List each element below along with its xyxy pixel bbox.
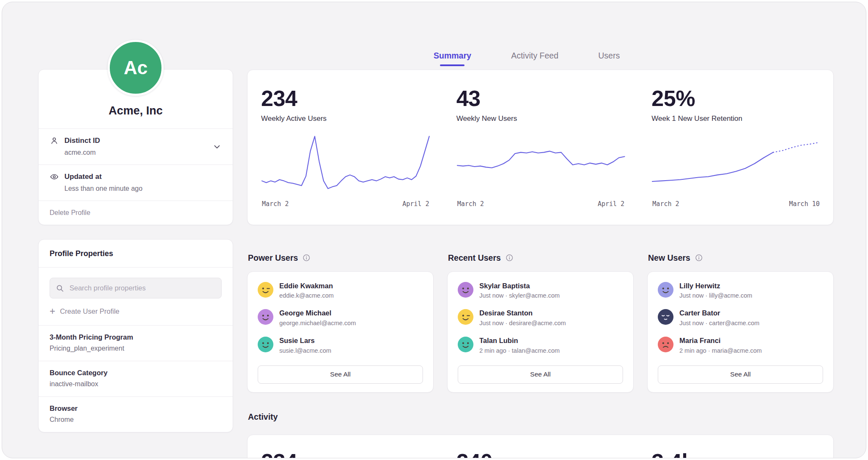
info-icon[interactable] xyxy=(302,254,311,262)
company-avatar: Ac xyxy=(108,40,164,96)
avatar xyxy=(258,282,273,298)
user-name: Maria Franci xyxy=(679,337,762,345)
user-list-power-users: Power UsersEddie Kwakmaneddie.k@acme.com… xyxy=(247,253,434,393)
user-list-title: Recent Users xyxy=(448,253,634,263)
activity-metric: 234 xyxy=(248,450,443,458)
axis-start-label: March 2 xyxy=(652,200,679,208)
user-text: Desirae StantonJust now · desirare@acme.… xyxy=(479,309,566,326)
profile-property-label: 3-Month Pricing Program xyxy=(50,333,222,341)
metric-weekly-new-users: 43Weekly New UsersMarch 2April 2 xyxy=(443,87,638,225)
sparkline-chart xyxy=(261,131,430,198)
summary-stats-card: 234Weekly Active UsersMarch 2April 243We… xyxy=(247,70,834,225)
profile-property-label: Browser xyxy=(50,404,222,413)
user-text: Carter BatorJust now · carter@acme.com xyxy=(679,309,760,326)
user-detail: george.michael@acme.com xyxy=(279,320,356,326)
user-name: Desirae Stanton xyxy=(479,309,566,318)
user-row[interactable]: Eddie Kwakmaneddie.k@acme.com xyxy=(258,282,423,299)
user-list-title-text: Recent Users xyxy=(448,253,501,263)
profile-field-label: Distinct ID xyxy=(64,137,100,145)
user-list-title-text: New Users xyxy=(648,253,690,263)
user-list-title-text: Power Users xyxy=(248,253,298,263)
user-row[interactable]: Susie Larssusie.l@acme.com xyxy=(258,337,423,354)
user-text: George Michaelgeorge.michael@acme.com xyxy=(279,309,356,326)
profile-properties-title: Profile Properties xyxy=(39,240,233,268)
sparkline-chart xyxy=(456,131,626,198)
user-name: Lilly Herwitz xyxy=(679,282,752,290)
user-name: Susie Lars xyxy=(279,337,331,345)
user-row[interactable]: Lilly HerwitzJust now · lilly@acme.com xyxy=(658,282,823,299)
avatar xyxy=(458,337,473,352)
tab-users[interactable]: Users xyxy=(598,51,620,61)
user-text: Maria Franci2 min ago · maria@acme.com xyxy=(679,337,762,354)
user-row[interactable]: Carter BatorJust now · carter@acme.com xyxy=(658,309,823,326)
activity-stat-value: 3.4k xyxy=(651,450,821,458)
avatar xyxy=(658,309,673,325)
avatar xyxy=(258,309,273,325)
metric-value: 234 xyxy=(261,87,430,110)
profile-field-row-distinct-id: Distinct IDacme.com xyxy=(39,128,233,164)
axis-start-label: March 2 xyxy=(262,200,289,208)
axis-end-label: April 2 xyxy=(598,200,624,208)
company-avatar-initials: Ac xyxy=(124,57,147,78)
user-row[interactable]: Maria Franci2 min ago · maria@acme.com xyxy=(658,337,823,354)
profile-tabs: SummaryActivity FeedUsers xyxy=(247,46,834,65)
avatar xyxy=(458,282,473,298)
user-list-card: Eddie Kwakmaneddie.k@acme.comGeorge Mich… xyxy=(247,271,434,393)
tab-activity-feed[interactable]: Activity Feed xyxy=(511,51,559,61)
person-icon xyxy=(50,136,59,145)
user-row[interactable]: Desirae StantonJust now · desirare@acme.… xyxy=(458,309,623,326)
chart-x-axis: March 2April 2 xyxy=(456,198,626,225)
user-list-new-users: New UsersLilly HerwitzJust now · lilly@a… xyxy=(647,253,834,393)
search-profile-properties-input[interactable] xyxy=(50,278,222,298)
user-detail: 2 min ago · talan@acme.com xyxy=(479,347,560,354)
create-user-profile-button[interactable]: + Create User Profile xyxy=(50,307,120,316)
avatar xyxy=(258,337,273,352)
see-all-button[interactable]: See All xyxy=(458,365,623,384)
see-all-button[interactable]: See All xyxy=(658,365,823,384)
avatar xyxy=(658,337,673,352)
user-list-title: New Users xyxy=(648,253,834,263)
delete-profile-row: Delete Profile xyxy=(39,201,233,225)
axis-end-label: April 2 xyxy=(402,200,429,208)
tab-summary[interactable]: Summary xyxy=(434,51,471,61)
user-row[interactable]: Skylar BaptistaJust now · skyler@acme.co… xyxy=(458,282,623,299)
user-list-title: Power Users xyxy=(248,253,434,263)
user-name: Talan Lubin xyxy=(479,337,560,345)
profile-field-row-updated-at: Updated atLess than one minute ago xyxy=(39,164,233,201)
activity-metric: 240 xyxy=(443,450,638,458)
see-all-button[interactable]: See All xyxy=(258,365,423,384)
user-detail: eddie.k@acme.com xyxy=(279,292,334,299)
info-icon[interactable] xyxy=(695,254,703,262)
axis-end-label: March 10 xyxy=(789,200,820,208)
user-name: Carter Bator xyxy=(679,309,760,318)
user-text: Eddie Kwakmaneddie.k@acme.com xyxy=(279,282,334,299)
user-detail: 2 min ago · maria@acme.com xyxy=(679,347,762,354)
user-detail: Just now · desirare@acme.com xyxy=(479,320,566,326)
info-icon[interactable] xyxy=(505,254,514,262)
user-row[interactable]: Talan Lubin2 min ago · talan@acme.com xyxy=(458,337,623,354)
user-list-card: Lilly HerwitzJust now · lilly@acme.comCa… xyxy=(647,271,834,393)
user-detail: Just now · lilly@acme.com xyxy=(679,292,752,299)
metric-value: 25% xyxy=(651,87,821,110)
activity-section-title: Activity xyxy=(248,412,834,422)
metric-label: Weekly Active Users xyxy=(261,114,430,123)
create-user-profile-label: Create User Profile xyxy=(60,307,119,315)
profile-properties-card: Profile Properties + Create User Profile… xyxy=(38,239,233,432)
profile-property-value: inactive-mailbox xyxy=(50,380,222,388)
search-icon xyxy=(56,284,64,293)
profile-property-row-bounce-category: Bounce Categoryinactive-mailbox xyxy=(39,361,233,396)
metric-value: 43 xyxy=(456,87,626,110)
profile-property-value: Pricing_plan_experiment xyxy=(50,345,222,352)
user-list-card: Skylar BaptistaJust now · skyler@acme.co… xyxy=(447,271,634,393)
metric-label: Weekly New Users xyxy=(456,114,626,123)
avatar xyxy=(458,309,473,325)
activity-metric: 3.4k xyxy=(638,450,833,458)
metric-label: Week 1 New User Retention xyxy=(651,114,821,123)
metric-weekly-active-users: 234Weekly Active UsersMarch 2April 2 xyxy=(248,87,443,225)
chevron-down-icon[interactable] xyxy=(212,142,222,151)
delete-profile-button[interactable]: Delete Profile xyxy=(50,209,90,216)
user-text: Lilly HerwitzJust now · lilly@acme.com xyxy=(679,282,752,299)
user-row[interactable]: George Michaelgeorge.michael@acme.com xyxy=(258,309,423,326)
avatar xyxy=(658,282,673,298)
chart-x-axis: March 2March 10 xyxy=(651,198,821,225)
